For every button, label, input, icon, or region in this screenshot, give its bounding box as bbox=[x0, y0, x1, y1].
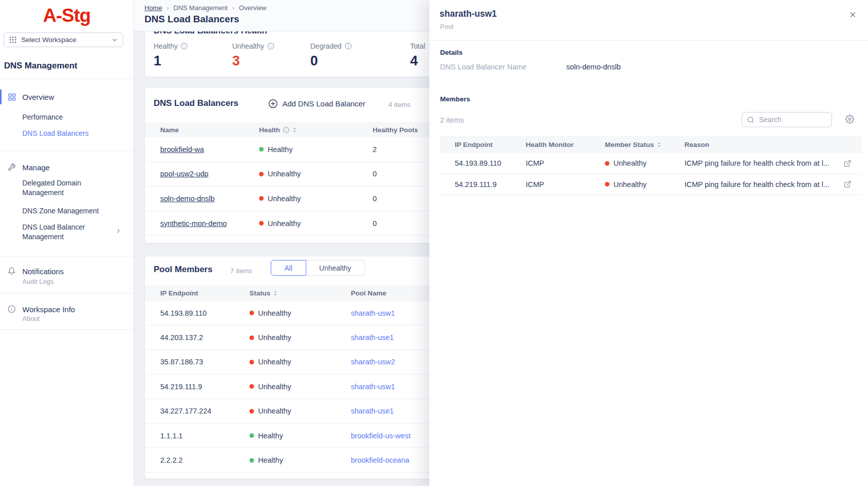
ip-cell: 35.87.186.73 bbox=[160, 358, 203, 366]
col-health-monitor[interactable]: Health Monitor bbox=[526, 141, 574, 148]
pool-link[interactable]: sharath-use1 bbox=[351, 407, 394, 415]
col-name[interactable]: Name bbox=[160, 126, 179, 134]
status-filter: All Unhealthy bbox=[271, 260, 365, 276]
sidebar-item-dns-load-balancer-management[interactable]: DNS Load Balancer Management bbox=[22, 222, 93, 242]
search-icon bbox=[747, 116, 754, 124]
filter-unhealthy-button[interactable]: Unhealthy bbox=[306, 260, 365, 276]
workspace-selector[interactable]: Select Workspace bbox=[4, 32, 123, 47]
ip-cell: 1.1.1.1 bbox=[160, 432, 183, 440]
filter-all-button[interactable]: All bbox=[271, 260, 306, 276]
pool-members-items-count: 7 items bbox=[230, 267, 252, 275]
lb-card-title: DNS Load Balancers bbox=[154, 98, 238, 108]
detail-label: DNS Load Balancer Name bbox=[440, 63, 527, 71]
product-title: DNS Management bbox=[4, 61, 78, 71]
breadcrumb: Home › DNS Management › Overview bbox=[144, 4, 267, 12]
col-ip-endpoint[interactable]: IP Endpoint bbox=[160, 289, 198, 297]
col-label: Member Status bbox=[605, 141, 654, 148]
sidebar-item-notifications[interactable]: Notifications bbox=[0, 264, 133, 279]
col-label: Health bbox=[259, 126, 280, 134]
pool-link[interactable]: brookfield-oceana bbox=[351, 456, 409, 464]
sidebar-item-dns-zone-management[interactable]: DNS Zone Management bbox=[22, 206, 99, 216]
lb-name-link[interactable]: soln-demo-dnslb bbox=[160, 195, 214, 203]
pool-link[interactable]: sharath-use1 bbox=[351, 333, 394, 342]
col-healthy-pools[interactable]: Healthy Pools bbox=[373, 126, 418, 134]
members-items-count: 2 items bbox=[440, 116, 464, 124]
external-link-icon[interactable] bbox=[844, 160, 851, 167]
unhealthy-dot bbox=[259, 221, 264, 226]
info-icon[interactable] bbox=[283, 127, 290, 133]
unhealthy-dot bbox=[249, 311, 254, 315]
pools-cell: 0 bbox=[373, 195, 377, 203]
search-input[interactable] bbox=[758, 115, 819, 124]
members-table: IP Endpoint Health Monitor Member Status… bbox=[440, 136, 862, 195]
col-member-status[interactable]: Member Status bbox=[605, 141, 661, 148]
pool-detail-drawer: sharath-usw1 Pool Details DNS Load Balan… bbox=[429, 0, 868, 486]
col-pool-name[interactable]: Pool Name bbox=[351, 289, 386, 297]
sidebar-item-label: Notifications bbox=[22, 267, 64, 276]
chevron-right-icon[interactable] bbox=[115, 228, 122, 234]
unhealthy-dot bbox=[259, 196, 264, 201]
pool-link[interactable]: sharath-usw2 bbox=[351, 358, 395, 366]
sort-icon[interactable] bbox=[657, 142, 661, 147]
chevron-down-icon bbox=[112, 37, 118, 43]
sidebar-item-delegated-domain-management[interactable]: Delegated Domain Management bbox=[22, 178, 103, 198]
breadcrumb-dns-management[interactable]: DNS Management bbox=[173, 4, 228, 12]
status-cell: Unhealthy bbox=[249, 383, 291, 391]
info-icon[interactable] bbox=[345, 43, 352, 50]
breadcrumb-overview[interactable]: Overview bbox=[239, 4, 266, 12]
details-heading: Details bbox=[440, 49, 462, 56]
unhealthy-dot bbox=[605, 161, 609, 166]
sidebar-item-audit-logs[interactable]: Audit Logs bbox=[22, 277, 53, 286]
stat-value: 3 bbox=[232, 53, 274, 69]
drawer-subtitle: Pool bbox=[440, 23, 453, 30]
col-health[interactable]: Health bbox=[259, 126, 297, 134]
pool-link[interactable]: sharath-usw1 bbox=[351, 309, 395, 317]
stat-total: Total 4 bbox=[410, 42, 425, 69]
sidebar-item-workspace-info[interactable]: Workspace Info bbox=[0, 302, 133, 317]
divider bbox=[0, 256, 133, 256]
sidebar-item-manage[interactable]: Manage bbox=[0, 160, 133, 175]
lb-name-link[interactable]: synthetic-mon-demo bbox=[160, 219, 227, 228]
col-status[interactable]: Status bbox=[249, 289, 277, 297]
members-table-header: IP Endpoint Health Monitor Member Status… bbox=[440, 136, 862, 153]
pool-members-title: Pool Members bbox=[154, 265, 212, 275]
wrench-icon bbox=[8, 163, 16, 171]
status-cell: Unhealthy bbox=[249, 333, 291, 342]
col-reason[interactable]: Reason bbox=[684, 141, 709, 148]
health-cell: Healthy bbox=[259, 145, 293, 154]
info-icon[interactable] bbox=[267, 43, 274, 50]
sort-icon[interactable] bbox=[293, 127, 297, 133]
ip-cell: 54.193.89.110 bbox=[160, 309, 207, 317]
ip-cell: 54.219.111.9 bbox=[160, 383, 202, 391]
stat-unhealthy: Unhealthy 3 bbox=[232, 42, 274, 69]
lb-name-link[interactable]: pool-usw2-udp bbox=[160, 170, 208, 178]
add-button-label: Add DNS Load Balancer bbox=[282, 99, 365, 108]
lb-name-link[interactable]: brookfield-wa bbox=[160, 145, 204, 154]
breadcrumb-separator-icon: › bbox=[167, 4, 169, 12]
sidebar-item-about[interactable]: About bbox=[22, 314, 40, 323]
health-cell: Unhealthy bbox=[259, 219, 301, 228]
lb-items-count: 4 items bbox=[388, 101, 411, 108]
status-cell: Unhealthy bbox=[249, 407, 291, 415]
brand-logo: A-Stg bbox=[0, 5, 133, 26]
add-dns-load-balancer-button[interactable]: Add DNS Load Balancer bbox=[265, 98, 368, 109]
sort-icon[interactable] bbox=[273, 290, 277, 296]
info-icon[interactable] bbox=[180, 43, 188, 50]
status-cell: Healthy bbox=[249, 432, 283, 440]
sidebar-item-dns-load-balancers[interactable]: DNS Load Balancers bbox=[22, 129, 89, 138]
unhealthy-dot bbox=[249, 409, 254, 414]
breadcrumb-home[interactable]: Home bbox=[144, 4, 162, 12]
healthy-dot bbox=[249, 458, 254, 463]
external-link-icon[interactable] bbox=[844, 180, 851, 188]
sidebar-item-performance[interactable]: Performance bbox=[22, 113, 63, 122]
pool-link[interactable]: sharath-usw1 bbox=[351, 383, 395, 391]
gear-icon[interactable] bbox=[845, 115, 854, 124]
monitor-cell: ICMP bbox=[526, 159, 544, 167]
col-ip-endpoint[interactable]: IP Endpoint bbox=[455, 141, 493, 148]
close-icon[interactable] bbox=[849, 11, 857, 19]
status-cell: Unhealthy bbox=[605, 159, 646, 167]
pool-link[interactable]: brookfield-us-west bbox=[351, 432, 411, 440]
sidebar-item-overview[interactable]: Overview bbox=[0, 89, 133, 104]
stat-value: 4 bbox=[410, 53, 425, 69]
monitor-cell: ICMP bbox=[526, 180, 544, 189]
